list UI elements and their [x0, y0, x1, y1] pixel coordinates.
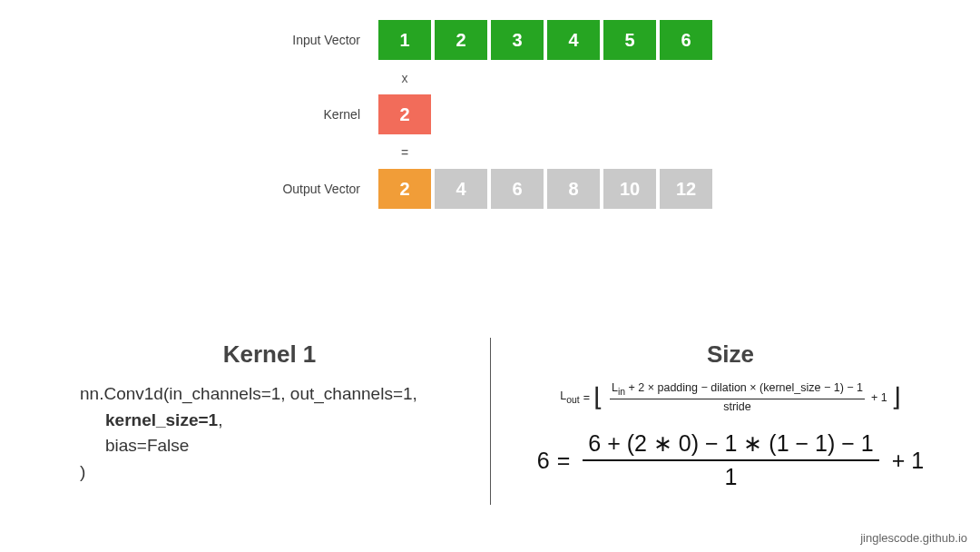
input-cell: 1 [377, 18, 433, 62]
right-column: Size Lout = ⌊ Lin + 2 × padding − dilati… [490, 340, 980, 490]
input-cells: 1 2 3 4 5 6 [377, 18, 714, 62]
output-cells: 2 4 6 8 10 12 [377, 167, 714, 211]
kernel-cell: 2 [377, 93, 433, 136]
output-label: Output Vector [0, 182, 377, 196]
left-column: Kernel 1 nn.Conv1d(in_channels=1, out_ch… [0, 340, 490, 490]
input-cell: 2 [433, 18, 489, 62]
input-label: Input Vector [0, 33, 377, 47]
code-line: ) [80, 459, 459, 486]
equals-sign: = [583, 391, 590, 405]
times-symbol: x [377, 71, 433, 85]
equals-row: = [0, 145, 980, 160]
kernel-label: Kernel [0, 107, 377, 122]
lout-numeric: 6 = 6 + (2 ∗ 0) − 1 ∗ (1 − 1) − 1 1 + 1 [517, 430, 944, 490]
code-line: kernel_size=1, [80, 408, 459, 434]
code-kernel-size: kernel_size=1 [105, 410, 218, 429]
kernel-heading: Kernel 1 [80, 340, 459, 369]
lout-lhs: Lout [560, 389, 579, 406]
times-row: x [0, 71, 980, 85]
formula-tail: + 1 [871, 391, 887, 405]
equals-symbol: = [377, 145, 433, 160]
code-block: nn.Conv1d(in_channels=1, out_channels=1,… [80, 381, 459, 485]
floor-close-icon: ⌋ [891, 390, 901, 406]
fraction-small: Lin + 2 × padding − dilation × (kernel_s… [610, 381, 865, 414]
output-cell: 6 [489, 167, 545, 211]
fraction-big: 6 + (2 ∗ 0) − 1 ∗ (1 − 1) − 1 1 [583, 430, 878, 490]
input-row: Input Vector 1 2 3 4 5 6 [0, 18, 980, 62]
output-cell: 8 [545, 167, 602, 211]
bottom-panel: Kernel 1 nn.Conv1d(in_channels=1, out_ch… [0, 340, 980, 490]
output-cell: 10 [602, 167, 658, 211]
credit-text: jinglescode.github.io [860, 531, 967, 545]
input-cell: 6 [658, 18, 714, 62]
output-cell-active: 2 [377, 167, 433, 211]
input-cell: 5 [602, 18, 658, 62]
size-heading: Size [517, 340, 944, 369]
code-line: bias=False [80, 433, 459, 459]
equals-sign: = [557, 448, 571, 474]
output-cell: 12 [658, 167, 714, 211]
lout-formula: Lout = ⌊ Lin + 2 × padding − dilation × … [517, 381, 944, 414]
kernel-row: Kernel 2 [0, 93, 980, 136]
conv1d-diagram: Input Vector 1 2 3 4 5 6 x Kernel 2 [0, 18, 980, 220]
output-cell: 4 [433, 167, 489, 211]
floor-open-icon: ⌊ [593, 390, 603, 406]
kernel-cells: 2 [377, 93, 433, 136]
numeric-lhs: 6 [537, 448, 550, 474]
input-cell: 4 [545, 18, 602, 62]
output-row: Output Vector 2 4 6 8 10 12 [0, 167, 980, 211]
numeric-tail: + 1 [892, 448, 924, 474]
code-line: nn.Conv1d(in_channels=1, out_channels=1, [80, 381, 459, 408]
input-cell: 3 [489, 18, 545, 62]
